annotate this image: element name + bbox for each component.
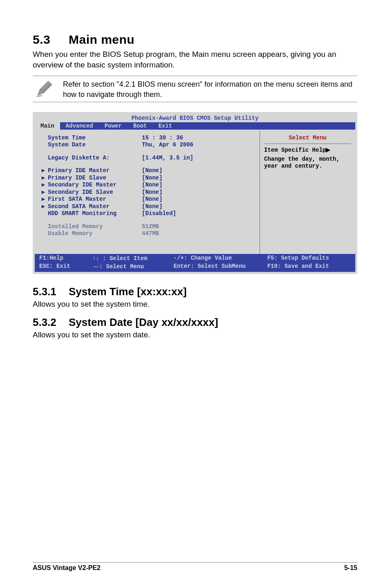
row-primary-ide-master[interactable]: ▶ Primary IDE Master [None]	[39, 167, 260, 175]
footer-select-item: ↑↓ : Select Item	[92, 255, 147, 262]
bios-tab-advanced[interactable]: Advanced	[60, 122, 99, 130]
section-name: Main menu	[69, 33, 134, 46]
footer-save: F10: Save and Exit	[267, 263, 329, 269]
bios-tab-main[interactable]: Main	[35, 122, 60, 130]
caret-icon: ▶	[39, 167, 48, 175]
svg-line-2	[37, 96, 43, 97]
row-primary-ide-slave[interactable]: ▶ Primary IDE Slave [None]	[39, 175, 260, 182]
bios-panel: Phoenix-Award BIOS CMOS Setup Utility Ma…	[33, 112, 357, 274]
value-system-time: 15 : 30 : 36	[142, 135, 260, 142]
subsection-body-1: Allows you to set the system time.	[33, 300, 357, 309]
subsection-title-1: 5.3.1System Time [xx:xx:xx]	[33, 285, 357, 298]
value-legacy-diskette: [1.44M, 3.5 in]	[142, 155, 260, 162]
subsection-title-2: 5.3.2System Date [Day xx/xx/xxxx]	[33, 316, 357, 329]
page-footer: ASUS Vintage V2-PE2 5-15	[33, 562, 357, 572]
row-system-date[interactable]: System Date Thu, Apr 6 2006	[39, 141, 260, 149]
pencil-icon	[33, 79, 56, 98]
bios-tab-exit[interactable]: Exit	[152, 122, 178, 130]
help-header: Select Menu	[264, 135, 351, 144]
section-title: 5.3Main menu	[33, 33, 357, 47]
footer-product: ASUS Vintage V2-PE2	[33, 564, 101, 572]
footer-change-value: -/+: Change Value	[174, 255, 232, 261]
row-hdd-smart[interactable]: HDD SMART Monitoring [Disabled]	[39, 210, 260, 218]
bios-help-pane: Select Menu Item Specific Help▶ Change t…	[260, 130, 355, 254]
footer-select-menu2: →←: Select Menu	[92, 263, 144, 270]
row-legacy-diskette[interactable]: Legacy Diskette A: [1.44M, 3.5 in]	[39, 155, 260, 162]
row-system-time[interactable]: System Time 15 : 30 : 36	[39, 135, 260, 142]
caret-icon: ▶	[39, 203, 48, 211]
row-secondary-ide-master[interactable]: ▶ Secondary IDE Master [None]	[39, 182, 260, 189]
bios-tab-power[interactable]: Power	[99, 122, 128, 130]
subsection-number: 5.3.2	[33, 316, 69, 329]
footer-esc: ESC: Exit	[39, 263, 70, 269]
subsection-name: System Date [Day xx/xx/xxxx]	[69, 316, 218, 328]
subsection-body-2: Allows you to set the system date.	[33, 330, 357, 339]
row-second-sata-master[interactable]: ▶ Second SATA Master [None]	[39, 203, 260, 211]
caret-icon: ▶	[39, 189, 48, 196]
label-system-time: System Time	[48, 135, 142, 142]
row-first-sata-master[interactable]: ▶ First SATA Master [None]	[39, 196, 260, 203]
help-title: Item Specific Help▶	[264, 146, 351, 153]
row-secondary-ide-slave[interactable]: ▶ Secondary IDE Slave [None]	[39, 189, 260, 196]
footer-defaults: F5: Setup Defaults	[267, 255, 329, 261]
footer-enter-submenu: Enter: Select SubMenu	[174, 263, 246, 269]
label-legacy-diskette: Legacy Diskette A:	[48, 155, 142, 162]
label-system-date: System Date	[48, 141, 142, 149]
row-installed-memory: Installed Memory 512MB	[39, 223, 260, 231]
subsection-number: 5.3.1	[33, 285, 69, 298]
note-text: Refer to section "4.2.1 BIOS menu screen…	[63, 79, 357, 99]
triangle-right-icon: ▶	[326, 146, 330, 153]
bios-menubar: Main Advanced Power Boot Exit	[35, 122, 355, 130]
value-system-date: Thu, Apr 6 2006	[142, 141, 260, 149]
caret-icon: ▶	[39, 182, 48, 189]
bios-left-pane: System Time 15 : 30 : 36 System Date Thu…	[35, 130, 260, 254]
caret-icon: ▶	[39, 196, 48, 203]
footer-help: F1:Help	[39, 255, 63, 261]
section-intro: When you enter the BIOS Setup program, t…	[33, 49, 357, 70]
help-body: Change the day, month, year and century.	[264, 153, 351, 170]
section-number: 5.3	[33, 33, 69, 47]
bios-tab-boot[interactable]: Boot	[128, 122, 153, 130]
bios-footer: F1:Help ↑↓ : Select Item -/+: Change Val…	[35, 254, 355, 272]
bios-title: Phoenix-Award BIOS CMOS Setup Utility	[35, 114, 355, 122]
caret-icon: ▶	[39, 175, 48, 182]
footer-page-number: 5-15	[344, 564, 357, 572]
note-block: Refer to section "4.2.1 BIOS menu screen…	[33, 76, 357, 102]
subsection-name: System Time [xx:xx:xx]	[69, 285, 187, 298]
row-usable-memory: Usable Memory 447MB	[39, 230, 260, 238]
